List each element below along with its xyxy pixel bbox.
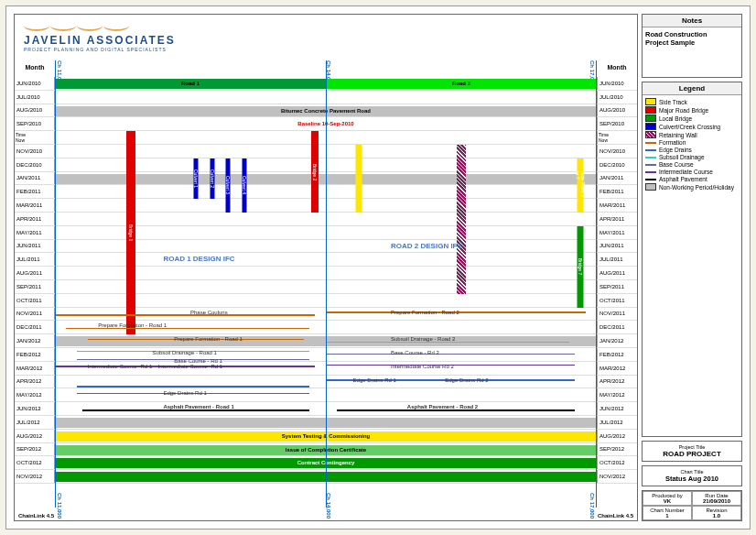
chart-row [55,158,597,171]
month-r: NOV/2012 [597,470,637,483]
grid: JUN/2010Road 1Road 2JUN/2010JUL/2010JUL/… [15,77,637,508]
month-r: NOV/2010 [597,145,637,158]
legend-label: Subsoil Drainage [659,154,705,160]
month-r: JUN/2010 [597,77,637,90]
rv-v: 1.0 [713,513,720,519]
chainlink-l: ChainLink 4.5 [18,513,54,519]
legend-swatch [645,98,656,105]
legend-swatch [645,164,656,166]
chart-row [55,348,597,361]
legend-item: Side Track [645,98,739,105]
chart-row [55,280,597,293]
month-hdr-l: Month [15,64,55,71]
proj-v: ROAD PROJECT [645,450,739,458]
month-l: APR/2012 [15,376,55,388]
month-l: JAN/2012 [15,334,55,347]
notes-box: Notes Road Construction Project Sample [642,14,742,78]
month-l: NOV/2012 [15,470,55,483]
legend-box: Legend Side TrackMajor Road BridgeLocal … [642,82,742,437]
legend-hdr: Legend [643,82,741,95]
month-r: SEP/2012 [597,443,637,456]
chart-row [55,226,597,239]
chart-row [55,91,597,104]
legend-swatch [645,183,656,191]
month-l: AUG/2012 [15,430,55,442]
legend-label: Local Bridge [659,115,692,122]
notes-1: Road Construction [645,30,739,38]
month-r: JUN/2011 [597,240,637,253]
rd-v: 21/09/2010 [703,498,730,504]
main-chart: JAVELIN ASSOCIATES PROJECT PLANNING AND … [14,14,638,521]
ch-17000-b: Ch 17,000 [589,493,595,519]
month-l: JAN/2011 [15,172,55,185]
span-bar [55,472,597,482]
legend-label: Culvert/Creek Crossing [659,124,720,130]
month-r: JAN/2012 [597,334,637,347]
ct-v: Status Aug 2010 [645,475,739,483]
legend-item: Formation [645,139,739,146]
chart-row [55,213,597,225]
span-bar [55,418,597,428]
month-l: OCT/2012 [15,456,55,469]
span-bar: System Testing & Commissioning [55,431,597,442]
legend-item: Culvert/Creek Crossing [645,123,739,130]
legend-item: Asphalt Pavement [645,176,739,182]
chart-row: Contract Contingency [55,456,597,469]
chainlink-r: ChainLink 4.5 [598,513,633,519]
span-bar: Issue of Completion Certificate [55,445,597,455]
chart-row: Bitumec Concrete Pavement Road [55,104,597,117]
chart-row: TimeNowTimeNow [55,131,597,144]
chart-row: Baseline 10-Sep-2010 [55,117,597,130]
month-r: MAR/2012 [597,362,637,375]
legend-label: Major Road Bridge [659,107,708,114]
month-r: MAY/2012 [597,388,637,401]
chart-row [55,321,597,333]
legend-swatch [645,123,656,130]
logo: JAVELIN ASSOCIATES PROJECT PLANNING AND … [24,20,176,52]
span-bar: Bitumec Concrete Pavement Road [55,106,597,116]
month-l: JUN/2012 [15,402,55,415]
month-l: JUL/2012 [15,416,55,429]
pb-v: VK [664,498,671,504]
legend-swatch [645,149,656,151]
legend-swatch [645,115,656,122]
month-r: DEC/2011 [597,321,637,333]
logo-sub: PROJECT PLANNING AND DIGITAL SPECIALISTS [24,47,176,52]
legend-label: Side Track [659,99,687,105]
month-r: AUG/2011 [597,267,637,279]
month-l: APR/2011 [15,213,55,225]
month-r: JUL/2011 [597,253,637,266]
month-l: JUL/2011 [15,253,55,266]
logo-text: JAVELIN ASSOCIATES [24,34,176,47]
month-l: DEC/2010 [15,158,55,171]
month-l: NOV/2011 [15,308,55,321]
ctitle-box: Chart Title Status Aug 2010 [642,465,742,486]
legend-swatch [645,157,656,158]
legend-swatch [645,171,656,173]
month-r: JAN/2011 [597,172,637,185]
legend-item: Local Bridge [645,115,739,122]
chart-row [55,267,597,279]
month-l: JUN/2011 [15,240,55,253]
legend-item: Edge Drains [645,147,739,153]
month-l: MAR/2012 [15,362,55,375]
chart-row [55,172,597,185]
month-l: NOV/2010 [15,145,55,158]
legend-label: Asphalt Pavement [659,176,707,182]
legend-swatch [645,131,656,138]
legend-item: Major Road Bridge [645,106,739,114]
month-l: SEP/2012 [15,443,55,456]
month-l: MAY/2011 [15,226,55,239]
time-now: TimeNow [15,131,55,144]
month-l: FEB/2011 [15,185,55,198]
span-bar: Contract Contingency [55,458,597,468]
meta-box: Produced byVK Run Date21/09/2010 Chart N… [642,490,742,521]
month-r: AUG/2010 [597,104,637,117]
chart-row: Issue of Completion Certificate [55,443,597,456]
chart-row [55,240,597,253]
notes-2: Project Sample [645,38,739,47]
month-l: SEP/2011 [15,280,55,293]
span-bar: Road 1 [55,79,326,89]
legend-swatch [645,106,656,114]
month-r: OCT/2012 [597,456,637,469]
